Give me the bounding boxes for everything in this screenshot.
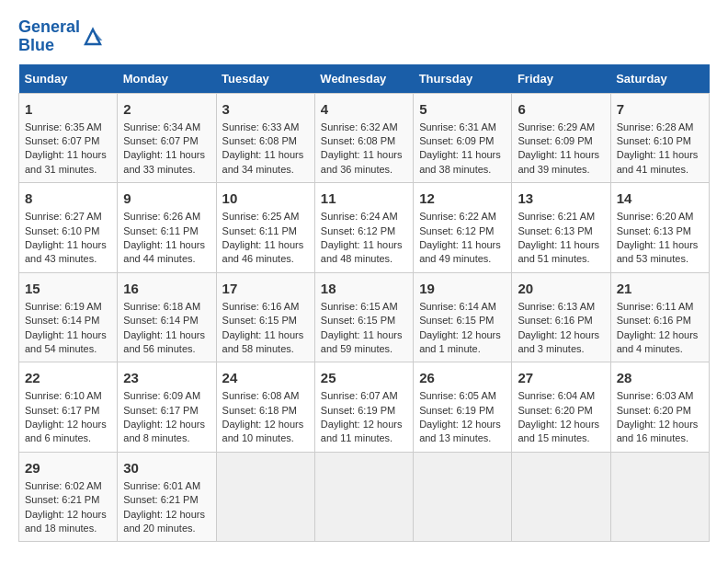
day-number: 17 <box>222 279 309 298</box>
calendar-cell: 20Sunrise: 6:13 AMSunset: 6:16 PMDayligh… <box>512 272 610 362</box>
calendar-cell: 27Sunrise: 6:04 AMSunset: 6:20 PMDayligh… <box>512 362 610 453</box>
day-number: 16 <box>123 279 210 298</box>
day-number: 23 <box>123 368 210 387</box>
day-number: 7 <box>617 99 703 119</box>
day-number: 19 <box>419 279 506 298</box>
day-number: 8 <box>25 189 111 208</box>
calendar-header-tuesday: Tuesday <box>216 64 314 94</box>
calendar-cell: 3Sunrise: 6:33 AMSunset: 6:08 PMDaylight… <box>216 93 314 183</box>
calendar-cell: 6Sunrise: 6:29 AMSunset: 6:09 PMDaylight… <box>512 93 610 183</box>
day-number: 11 <box>321 189 407 208</box>
calendar-cell: 10Sunrise: 6:25 AMSunset: 6:11 PMDayligh… <box>216 183 314 273</box>
calendar-cell: 4Sunrise: 6:32 AMSunset: 6:08 PMDaylight… <box>314 93 413 183</box>
calendar-cell: 29Sunrise: 6:02 AMSunset: 6:21 PMDayligh… <box>19 452 118 542</box>
calendar-header-monday: Monday <box>118 64 216 94</box>
calendar-cell: 21Sunrise: 6:11 AMSunset: 6:16 PMDayligh… <box>610 272 709 362</box>
calendar-cell: 30Sunrise: 6:01 AMSunset: 6:21 PMDayligh… <box>118 452 216 542</box>
logo-blue: Blue <box>18 36 54 54</box>
day-number: 10 <box>222 189 309 208</box>
calendar-cell <box>512 452 610 542</box>
calendar-cell: 11Sunrise: 6:24 AMSunset: 6:12 PMDayligh… <box>314 183 413 273</box>
day-number: 14 <box>617 189 703 208</box>
calendar-cell: 22Sunrise: 6:10 AMSunset: 6:17 PMDayligh… <box>19 362 118 453</box>
calendar-cell: 23Sunrise: 6:09 AMSunset: 6:17 PMDayligh… <box>118 362 216 453</box>
day-number: 27 <box>518 368 604 387</box>
calendar-cell: 19Sunrise: 6:14 AMSunset: 6:15 PMDayligh… <box>414 272 512 362</box>
logo-icon <box>82 26 104 48</box>
calendar-header-thursday: Thursday <box>414 64 512 94</box>
calendar-cell <box>610 452 709 542</box>
calendar-week-5: 29Sunrise: 6:02 AMSunset: 6:21 PMDayligh… <box>19 452 710 542</box>
day-number: 26 <box>419 368 506 387</box>
day-number: 2 <box>123 99 210 119</box>
day-number: 4 <box>321 99 407 119</box>
day-number: 3 <box>222 99 309 119</box>
day-number: 1 <box>25 99 111 119</box>
calendar-cell: 7Sunrise: 6:28 AMSunset: 6:10 PMDaylight… <box>610 93 709 183</box>
day-number: 25 <box>321 368 407 387</box>
calendar-cell: 25Sunrise: 6:07 AMSunset: 6:19 PMDayligh… <box>314 362 413 453</box>
calendar-cell: 12Sunrise: 6:22 AMSunset: 6:12 PMDayligh… <box>414 183 512 273</box>
calendar-cell: 26Sunrise: 6:05 AMSunset: 6:19 PMDayligh… <box>414 362 512 453</box>
calendar-header-row: SundayMondayTuesdayWednesdayThursdayFrid… <box>19 64 710 94</box>
calendar-cell: 9Sunrise: 6:26 AMSunset: 6:11 PMDaylight… <box>118 183 216 273</box>
day-number: 9 <box>123 189 210 208</box>
calendar-header-sunday: Sunday <box>19 64 118 94</box>
calendar-cell: 15Sunrise: 6:19 AMSunset: 6:14 PMDayligh… <box>19 272 118 362</box>
calendar-week-3: 15Sunrise: 6:19 AMSunset: 6:14 PMDayligh… <box>19 272 710 362</box>
day-number: 21 <box>617 279 703 298</box>
calendar-header-wednesday: Wednesday <box>314 64 413 94</box>
calendar-week-2: 8Sunrise: 6:27 AMSunset: 6:10 PMDaylight… <box>19 183 710 273</box>
calendar-header-saturday: Saturday <box>610 64 709 94</box>
calendar-header-friday: Friday <box>512 64 610 94</box>
day-number: 13 <box>518 189 604 208</box>
calendar-cell: 17Sunrise: 6:16 AMSunset: 6:15 PMDayligh… <box>216 272 314 362</box>
day-number: 12 <box>419 189 506 208</box>
calendar-cell: 8Sunrise: 6:27 AMSunset: 6:10 PMDaylight… <box>19 183 118 273</box>
day-number: 6 <box>518 99 604 119</box>
calendar-cell <box>414 452 512 542</box>
day-number: 20 <box>518 279 604 298</box>
day-number: 29 <box>25 458 111 477</box>
logo-text: General Blue <box>18 18 80 55</box>
calendar-cell: 5Sunrise: 6:31 AMSunset: 6:09 PMDaylight… <box>414 93 512 183</box>
day-number: 28 <box>617 368 703 387</box>
logo: General Blue <box>18 18 104 55</box>
calendar-week-4: 22Sunrise: 6:10 AMSunset: 6:17 PMDayligh… <box>19 362 710 453</box>
calendar-cell: 28Sunrise: 6:03 AMSunset: 6:20 PMDayligh… <box>610 362 709 453</box>
day-number: 5 <box>419 99 506 119</box>
page-header: General Blue <box>18 18 710 55</box>
calendar-cell: 2Sunrise: 6:34 AMSunset: 6:07 PMDaylight… <box>118 93 216 183</box>
svg-marker-1 <box>93 29 102 40</box>
calendar-cell: 14Sunrise: 6:20 AMSunset: 6:13 PMDayligh… <box>610 183 709 273</box>
day-number: 15 <box>25 279 111 298</box>
calendar-table: SundayMondayTuesdayWednesdayThursdayFrid… <box>18 64 710 543</box>
calendar-cell: 13Sunrise: 6:21 AMSunset: 6:13 PMDayligh… <box>512 183 610 273</box>
calendar-cell: 18Sunrise: 6:15 AMSunset: 6:15 PMDayligh… <box>314 272 413 362</box>
logo-general: General <box>18 17 80 36</box>
calendar-week-1: 1Sunrise: 6:35 AMSunset: 6:07 PMDaylight… <box>19 93 710 183</box>
calendar-cell: 1Sunrise: 6:35 AMSunset: 6:07 PMDaylight… <box>19 93 118 183</box>
day-number: 30 <box>123 458 210 477</box>
calendar-cell <box>216 452 314 542</box>
calendar-cell: 16Sunrise: 6:18 AMSunset: 6:14 PMDayligh… <box>118 272 216 362</box>
calendar-cell: 24Sunrise: 6:08 AMSunset: 6:18 PMDayligh… <box>216 362 314 453</box>
calendar-cell <box>314 452 413 542</box>
day-number: 24 <box>222 368 309 387</box>
day-number: 22 <box>25 368 111 387</box>
calendar-body: 1Sunrise: 6:35 AMSunset: 6:07 PMDaylight… <box>19 93 710 542</box>
day-number: 18 <box>321 279 407 298</box>
